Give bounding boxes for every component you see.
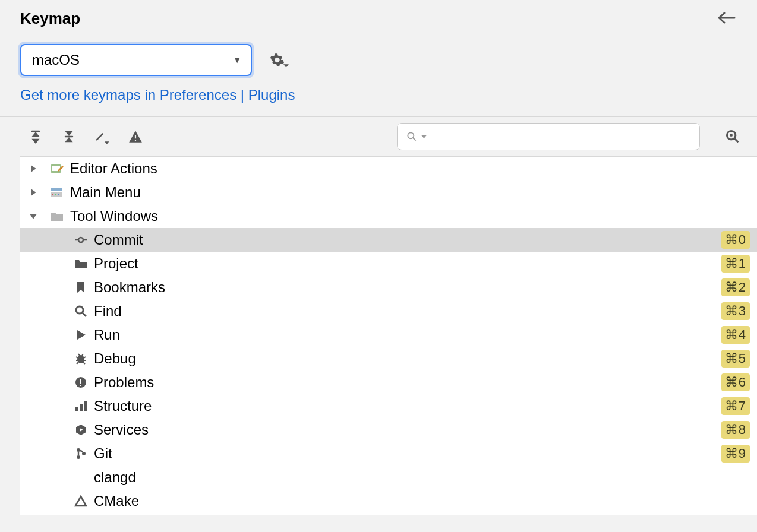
tree-label: Project <box>92 255 721 272</box>
shortcut-badge: ⌘0 <box>721 231 750 249</box>
tree-label: Main Menu <box>68 184 750 201</box>
folder-icon <box>46 210 68 222</box>
tree-label: Services <box>92 422 721 438</box>
svg-point-13 <box>76 306 83 314</box>
editor-actions-icon <box>46 163 68 175</box>
chevron-right-icon[interactable] <box>20 164 46 173</box>
tree-item-run[interactable]: Run ⌘4 <box>20 323 757 347</box>
svg-rect-19 <box>80 404 83 411</box>
shortcut-badge: ⌘9 <box>721 445 750 463</box>
tree-item-bookmarks[interactable]: Bookmarks ⌘2 <box>20 276 757 299</box>
tree-label: CMake <box>92 493 750 509</box>
shortcut-badge: ⌘6 <box>721 373 750 391</box>
tree-item-cmake[interactable]: CMake <box>20 489 757 513</box>
svg-rect-16 <box>80 379 81 384</box>
tree-label: Find <box>92 303 721 319</box>
svg-rect-17 <box>80 385 81 386</box>
commit-icon <box>70 235 92 245</box>
svg-rect-7 <box>51 188 62 191</box>
shortcut-badge: ⌘1 <box>721 255 750 273</box>
tree-label: Structure <box>92 398 721 414</box>
tree-label: Debug <box>92 350 721 367</box>
tree-label: Git <box>92 445 721 462</box>
problems-icon <box>70 376 92 388</box>
tree-item-git[interactable]: Git ⌘9 <box>20 442 757 466</box>
shortcut-badge: ⌘3 <box>721 302 750 320</box>
main-menu-icon <box>46 186 68 198</box>
keymap-select[interactable]: macOS ▼ <box>20 44 252 76</box>
collapse-all-icon[interactable] <box>61 128 77 145</box>
tree-label: clangd <box>92 469 750 486</box>
tree-label: Editor Actions <box>68 160 750 177</box>
svg-rect-10 <box>55 194 56 195</box>
tree-item-debug[interactable]: Debug ⌘5 <box>20 347 757 370</box>
tree-item-commit[interactable]: Commit ⌘0 <box>20 228 757 252</box>
cmake-icon <box>70 495 92 507</box>
tree-item-structure[interactable]: Structure ⌘7 <box>20 394 757 418</box>
tree-item-problems[interactable]: Problems ⌘6 <box>20 370 757 394</box>
search-icon <box>406 131 418 142</box>
bookmark-icon <box>70 281 92 293</box>
git-icon <box>70 447 92 460</box>
svg-rect-18 <box>75 407 78 411</box>
structure-icon <box>70 400 92 412</box>
find-by-shortcut-icon[interactable] <box>723 126 743 147</box>
tree-label: Bookmarks <box>92 279 721 296</box>
services-icon <box>70 423 92 436</box>
tree-label: Tool Windows <box>68 208 750 224</box>
back-arrow-icon[interactable] <box>718 8 740 28</box>
tree-label: Problems <box>92 374 721 391</box>
svg-point-12 <box>78 238 83 242</box>
search-input[interactable] <box>397 123 700 150</box>
keymap-select-value: macOS <box>32 52 80 68</box>
tree-item-find[interactable]: Find ⌘3 <box>20 299 757 323</box>
shortcut-badge: ⌘7 <box>721 397 750 415</box>
tree-item-services[interactable]: Services ⌘8 <box>20 418 757 442</box>
search-field[interactable] <box>430 130 691 144</box>
gear-icon[interactable] <box>270 50 290 70</box>
page-title: Keymap <box>20 10 80 28</box>
play-icon <box>70 329 92 341</box>
search-icon <box>70 305 92 318</box>
chevron-right-icon[interactable] <box>20 188 46 197</box>
tree-label: Commit <box>92 232 721 248</box>
shortcut-badge: ⌘2 <box>721 278 750 296</box>
get-more-keymaps-link[interactable]: Get more keymaps in Preferences | Plugin… <box>20 87 295 103</box>
chevron-down-icon: ▼ <box>233 55 241 65</box>
svg-rect-1 <box>135 140 136 141</box>
bug-icon <box>70 352 92 365</box>
keymap-tree[interactable]: Editor Actions Main Menu Tool Windows <box>20 156 757 515</box>
svg-rect-20 <box>84 401 87 411</box>
warning-icon[interactable] <box>127 128 144 145</box>
tree-item-clangd[interactable]: clangd <box>20 466 757 489</box>
svg-point-4 <box>730 134 733 137</box>
expand-all-icon[interactable] <box>27 128 44 145</box>
svg-rect-9 <box>52 194 53 195</box>
tree-node-tool-windows[interactable]: Tool Windows <box>20 204 757 228</box>
tree-node-main-menu[interactable]: Main Menu <box>20 180 757 204</box>
svg-rect-11 <box>58 194 59 195</box>
tree-item-project[interactable]: Project ⌘1 <box>20 252 757 276</box>
tree-node-editor-actions[interactable]: Editor Actions <box>20 157 757 180</box>
edit-icon[interactable] <box>94 128 111 145</box>
svg-point-22 <box>77 455 80 459</box>
shortcut-badge: ⌘4 <box>721 326 750 344</box>
chevron-down-icon <box>421 135 427 138</box>
shortcut-badge: ⌘8 <box>721 421 750 439</box>
tree-label: Run <box>92 327 721 343</box>
svg-rect-0 <box>135 135 136 138</box>
chevron-down-icon[interactable] <box>20 213 46 220</box>
shortcut-badge: ⌘5 <box>721 350 750 368</box>
svg-point-2 <box>408 132 414 138</box>
folder-icon <box>70 258 92 269</box>
